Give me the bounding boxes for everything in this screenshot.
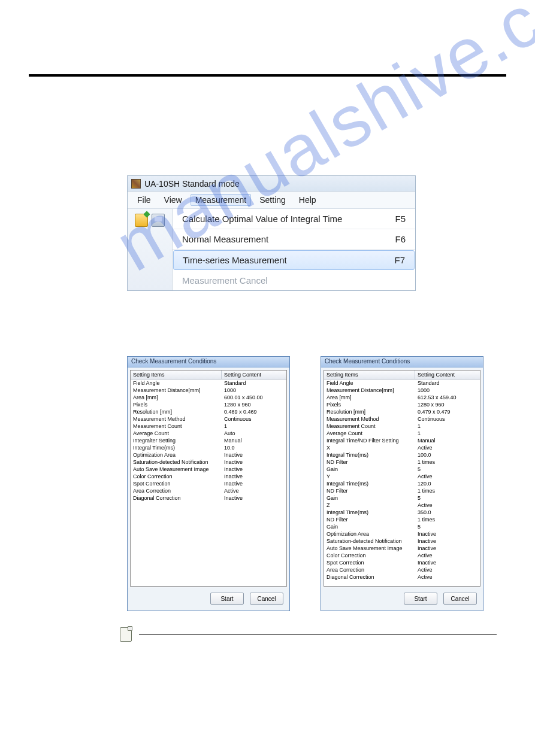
setting-item-value: Inactive <box>415 545 480 552</box>
menu-help[interactable]: Help <box>294 194 321 206</box>
check-conditions-dialog-left: Check Measurement Conditions Setting Ite… <box>127 356 290 611</box>
col-setting-content[interactable]: Setting Content <box>415 371 480 379</box>
setting-item-value: Active <box>415 502 480 509</box>
setting-item-label: Resolution [mm] <box>131 408 222 415</box>
grid-header: Setting Items Setting Content <box>324 371 480 379</box>
setting-item-label: Y <box>324 473 415 480</box>
table-row[interactable]: XActive <box>324 444 480 451</box>
save-icon[interactable] <box>152 214 165 227</box>
table-row[interactable]: Field AngleStandard <box>324 379 480 387</box>
menu-item-shortcut: F7 <box>386 255 405 265</box>
menu-item-time-series-measurement[interactable]: Time-series MeasurementF7 <box>173 250 415 270</box>
table-row[interactable]: Resolution [mm]0.479 x 0.479 <box>324 408 480 415</box>
table-row[interactable]: Integralter SettingManual <box>131 437 286 444</box>
table-row[interactable]: Saturation-detected NotificationInactive <box>324 538 480 545</box>
menu-file[interactable]: File <box>132 194 156 206</box>
table-row[interactable]: Area [mm]612.53 x 459.40 <box>324 394 480 401</box>
setting-item-label: Area Correction <box>131 487 222 494</box>
setting-item-label: Optimization Area <box>324 530 415 538</box>
setting-item-value: Active <box>415 552 480 559</box>
dialog-body: Setting Items Setting Content Field Angl… <box>321 368 483 588</box>
table-row[interactable]: Resolution [mm]0.469 x 0.469 <box>131 408 286 415</box>
table-row[interactable]: Optimization AreaInactive <box>324 530 480 538</box>
table-row[interactable]: ZActive <box>324 502 480 509</box>
setting-item-value: Active <box>415 573 480 581</box>
setting-item-value: Inactive <box>222 459 286 466</box>
table-row[interactable]: Measurement Count1 <box>131 423 286 430</box>
setting-item-label: Gain <box>324 494 415 502</box>
table-row[interactable]: Pixels1280 x 960 <box>131 401 286 408</box>
table-row[interactable]: Integral Time(ms)100.0 <box>324 451 480 459</box>
table-row[interactable]: Field AngleStandard <box>131 379 286 387</box>
setting-item-label: Area Correction <box>324 566 415 573</box>
dialog-title: Check Measurement Conditions <box>128 357 289 368</box>
table-row[interactable]: Optimization AreaInactive <box>131 451 286 459</box>
table-row[interactable]: Measurement Count1 <box>324 423 480 430</box>
setting-item-label: Pixels <box>131 401 222 408</box>
start-button[interactable]: Start <box>404 593 437 605</box>
menu-item-normal-measurement[interactable]: Normal MeasurementF6 <box>173 229 415 250</box>
table-row[interactable]: Measurement MethodContinuous <box>131 415 286 423</box>
setting-item-label: X <box>324 444 415 451</box>
table-row[interactable]: Area [mm]600.01 x 450.00 <box>131 394 286 401</box>
table-row[interactable]: Gain5 <box>324 494 480 502</box>
table-row[interactable]: Spot CorrectionInactive <box>324 559 480 566</box>
table-row[interactable]: Average CountAuto <box>131 430 286 437</box>
table-row[interactable]: Gain5 <box>324 466 480 473</box>
table-row[interactable]: Measurement Distance[mm]1000 <box>131 387 286 394</box>
table-row[interactable]: Area CorrectionActive <box>131 487 286 494</box>
table-row[interactable]: Area CorrectionActive <box>324 566 480 573</box>
setting-item-label: Measurement Count <box>324 423 415 430</box>
dialog-body: Setting Items Setting Content Field Angl… <box>128 368 289 588</box>
table-row[interactable]: Color CorrectionActive <box>324 552 480 559</box>
table-row[interactable]: YActive <box>324 473 480 480</box>
start-button[interactable]: Start <box>210 593 244 605</box>
menu-item-calculate-optimal-value-of-integral-time[interactable]: Calculate Optimal Value of Integral Time… <box>173 209 415 229</box>
menu-view[interactable]: View <box>159 194 187 206</box>
menu-item-shortcut: F6 <box>386 234 406 244</box>
table-row[interactable]: ND Filter1 times <box>324 516 480 523</box>
table-row[interactable]: ND Filter1 times <box>324 487 480 494</box>
table-row[interactable]: Measurement Distance[mm]1000 <box>324 387 480 394</box>
menu-item-label: Calculate Optimal Value of Integral Time <box>182 214 342 224</box>
col-setting-content[interactable]: Setting Content <box>222 371 286 379</box>
col-setting-items[interactable]: Setting Items <box>131 371 222 379</box>
check-conditions-dialog-right: Check Measurement Conditions Setting Ite… <box>321 356 483 611</box>
menu-item-label: Time-series Measurement <box>183 255 287 265</box>
setting-item-value: 5 <box>415 494 480 502</box>
table-row[interactable]: Auto Save Measurement ImageInactive <box>324 545 480 552</box>
table-row[interactable]: Saturation-detected NotificationInactive <box>131 459 286 466</box>
setting-item-label: Measurement Distance[mm] <box>324 387 415 394</box>
setting-item-label: Integralter Setting <box>131 437 222 444</box>
table-row[interactable]: Color CorrectionInactive <box>131 473 286 480</box>
open-icon[interactable] <box>135 214 148 227</box>
table-row[interactable]: Integral Time(ms)120.0 <box>324 480 480 487</box>
table-row[interactable]: Integral Time/ND Filter SettingManual <box>324 437 480 444</box>
setting-item-label: Saturation-detected Notification <box>131 459 222 466</box>
menubar: File View Measurement Setting Help <box>128 192 415 208</box>
menu-setting[interactable]: Setting <box>255 194 291 206</box>
table-row[interactable]: Diagonal CorrectionActive <box>324 573 480 581</box>
setting-item-label: Diagonal Correction <box>131 494 222 502</box>
table-row[interactable]: Average Count1 <box>324 430 480 437</box>
table-row[interactable]: Integral Time(ms)10.0 <box>131 444 286 451</box>
setting-item-value: 1 <box>415 430 480 437</box>
table-row[interactable]: Measurement MethodContinuous <box>324 415 480 423</box>
setting-item-label: Measurement Method <box>324 415 415 423</box>
table-row[interactable]: Diagonal CorrectionInactive <box>131 494 286 502</box>
table-row[interactable]: ND Filter1 times <box>324 459 480 466</box>
cancel-button[interactable]: Cancel <box>250 593 283 605</box>
setting-item-value: 1280 x 960 <box>222 401 286 408</box>
cancel-button[interactable]: Cancel <box>443 593 477 605</box>
setting-item-label: ND Filter <box>324 516 415 523</box>
table-row[interactable]: Gain5 <box>324 523 480 530</box>
table-row[interactable]: Spot CorrectionInactive <box>131 480 286 487</box>
table-row[interactable]: Auto Save Measurement ImageInactive <box>131 466 286 473</box>
setting-item-label: Measurement Method <box>131 415 222 423</box>
setting-item-label: Field Angle <box>131 379 222 387</box>
memo-icon <box>120 627 132 642</box>
table-row[interactable]: Pixels1280 x 960 <box>324 401 480 408</box>
col-setting-items[interactable]: Setting Items <box>324 371 415 379</box>
menu-measurement[interactable]: Measurement <box>191 194 252 206</box>
table-row[interactable]: Integral Time(ms)350.0 <box>324 509 480 516</box>
